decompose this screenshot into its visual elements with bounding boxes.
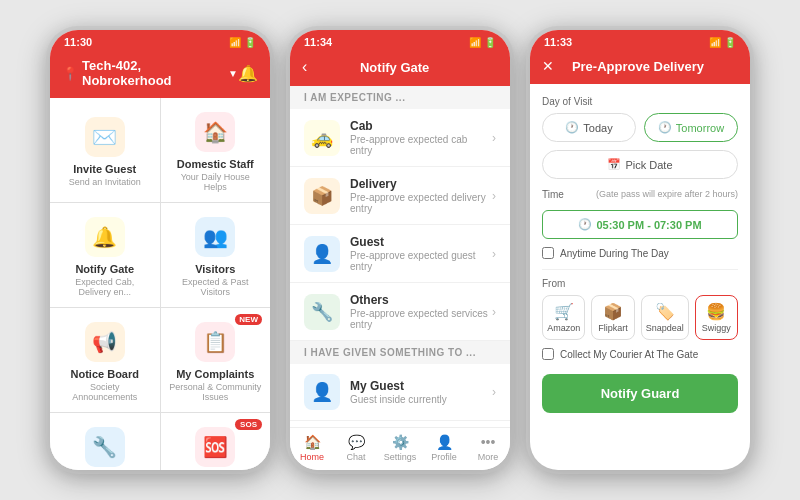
swiggy-provider[interactable]: 🍔 Swiggy xyxy=(695,295,738,340)
guest-sub: Pre-approve expected guest entry xyxy=(350,250,492,272)
cab-text: Cab Pre-approve expected cab entry xyxy=(350,119,492,156)
snapdeal-provider[interactable]: 🏷️ Snapdeal xyxy=(641,295,689,340)
phone2-header-title: Notify Gate xyxy=(360,60,429,75)
domestic-staff-title: Domestic Staff xyxy=(177,158,254,170)
bell-icon[interactable]: 🔔 xyxy=(238,64,258,83)
back-button[interactable]: ‹ xyxy=(302,58,307,76)
p2-nav-profile[interactable]: 👤 Profile xyxy=(422,434,466,462)
visitors-sub: Expected & Past Visitors xyxy=(169,277,263,297)
delivery-item[interactable]: 📦 Delivery Pre-approve expected delivery… xyxy=(290,167,510,225)
my-complaints-sub: Personal & Community Issues xyxy=(169,382,263,402)
tools-icon: 🔧 xyxy=(85,427,125,467)
my-guest-item[interactable]: 👤 My Guest Guest inside currently › xyxy=(290,364,510,421)
phone1-grid: ✉️ Invite Guest Send an Invitation 🏠 Dom… xyxy=(50,98,270,470)
invite-guest-icon: ✉️ xyxy=(85,117,125,157)
phone2-status-icons: 📶 🔋 xyxy=(469,37,496,48)
flipkart-icon: 📦 xyxy=(603,302,623,321)
notify-gate-title: Notify Gate xyxy=(75,263,134,275)
collect-courier-row: Collect My Courier At The Gate xyxy=(542,348,738,360)
phone2-time: 11:34 xyxy=(304,36,332,48)
phone2-scroll: I AM EXPECTING ... 🚕 Cab Pre-approve exp… xyxy=(290,86,510,427)
phone3-status-bar: 11:33 📶 🔋 xyxy=(530,30,750,52)
visitors-item[interactable]: 👥 Visitors Expected & Past Visitors xyxy=(161,203,271,307)
visitors-icon: 👥 xyxy=(195,217,235,257)
notify-gate-sub: Expected Cab, Delivery en... xyxy=(58,277,152,297)
domestic-staff-sub: Your Daily House Helps xyxy=(169,172,263,192)
phone1-screen: 11:30 📶 🔋 📍 Tech-402, Nobrokerhood ▼ 🔔 ✉… xyxy=(50,30,270,470)
phone1: 11:30 📶 🔋 📍 Tech-402, Nobrokerhood ▼ 🔔 ✉… xyxy=(46,26,274,474)
day-buttons: 🕐 Today 🕐 Tomorrow xyxy=(542,113,738,142)
cab-title: Cab xyxy=(350,119,492,133)
flipkart-provider[interactable]: 📦 Flipkart xyxy=(591,295,634,340)
pick-date-button[interactable]: 📅 Pick Date xyxy=(542,150,738,179)
phone1-header: 📍 Tech-402, Nobrokerhood ▼ 🔔 xyxy=(50,52,270,98)
phone3-screen: 11:33 📶 🔋 ✕ Pre-Approve Delivery Day of … xyxy=(530,30,750,470)
invite-guest-sub: Send an Invitation xyxy=(69,177,141,187)
today-button[interactable]: 🕐 Today xyxy=(542,113,636,142)
notify-gate-item[interactable]: 🔔 Notify Gate Expected Cab, Delivery en.… xyxy=(50,203,160,307)
notify-guard-button[interactable]: Notify Guard xyxy=(542,374,738,413)
snapdeal-icon: 🏷️ xyxy=(655,302,675,321)
anytime-checkbox[interactable] xyxy=(542,247,554,259)
phone3-header-title: Pre-Approve Delivery xyxy=(572,59,704,74)
phone3-close-button[interactable]: ✕ xyxy=(542,58,554,74)
domestic-staff-item[interactable]: 🏠 Domestic Staff Your Daily House Helps xyxy=(161,98,271,202)
phone1-status-bar: 11:30 📶 🔋 xyxy=(50,30,270,52)
p2-nav-settings[interactable]: ⚙️ Settings xyxy=(378,434,422,462)
day-of-visit-label: Day of Visit xyxy=(542,96,738,107)
collect-courier-label: Collect My Courier At The Gate xyxy=(560,349,698,360)
others-sub: Pre-approve expected services entry xyxy=(350,308,492,330)
p2-nav-chat[interactable]: 💬 Chat xyxy=(334,434,378,462)
amazon-provider[interactable]: 🛒 Amazon xyxy=(542,295,585,340)
tomorrow-button[interactable]: 🕐 Tomorrow xyxy=(644,113,738,142)
my-guest-title: My Guest xyxy=(350,379,492,393)
delivery-form: Day of Visit 🕐 Today 🕐 Tomorrow 📅 Pick D… xyxy=(530,84,750,470)
notice-board-sub: Society Announcements xyxy=(58,382,152,402)
phone2: 11:34 📶 🔋 ‹ Notify Gate I AM EXPECTING .… xyxy=(286,26,514,474)
phone2-screen: 11:34 📶 🔋 ‹ Notify Gate I AM EXPECTING .… xyxy=(290,30,510,470)
visitors-title: Visitors xyxy=(195,263,235,275)
p2-nav-home[interactable]: 🏠 Home xyxy=(290,434,334,462)
time-select-button[interactable]: 🕐 05:30 PM - 07:30 PM xyxy=(542,210,738,239)
my-complaints-icon: 📋 xyxy=(195,322,235,362)
cab-sub: Pre-approve expected cab entry xyxy=(350,134,492,156)
section-given-label: I HAVE GIVEN SOMETHING TO ... xyxy=(290,341,510,364)
p2-nav-more[interactable]: ••• More xyxy=(466,434,510,462)
delivery-text: Delivery Pre-approve expected delivery e… xyxy=(350,177,492,214)
delivery-providers: 🛒 Amazon 📦 Flipkart 🏷️ Snapdeal 🍔 xyxy=(542,295,738,340)
swiggy-icon: 🍔 xyxy=(706,302,726,321)
cab-icon: 🚕 xyxy=(304,120,340,156)
sos-item[interactable]: SOS 🆘 xyxy=(161,413,271,470)
phone1-status-icons: 📶 🔋 xyxy=(229,37,256,48)
others-title: Others xyxy=(350,293,492,307)
my-guest-icon: 👤 xyxy=(304,374,340,410)
anytime-label: Anytime During The Day xyxy=(560,248,669,259)
my-guest-arrow: › xyxy=(492,385,496,399)
cab-arrow: › xyxy=(492,131,496,145)
time-header: Time (Gate pass will expire after 2 hour… xyxy=(542,189,738,206)
invite-guest-item[interactable]: ✉️ Invite Guest Send an Invitation xyxy=(50,98,160,202)
others-icon: 🔧 xyxy=(304,294,340,330)
delivery-sub: Pre-approve expected delivery entry xyxy=(350,192,492,214)
anytime-checkbox-row: Anytime During The Day xyxy=(542,247,738,259)
collect-courier-checkbox[interactable] xyxy=(542,348,554,360)
notice-board-item[interactable]: 📢 Notice Board Society Announcements xyxy=(50,308,160,412)
phone1-time: 11:30 xyxy=(64,36,92,48)
delivery-icon: 📦 xyxy=(304,178,340,214)
notice-board-icon: 📢 xyxy=(85,322,125,362)
tools-item[interactable]: 🔧 xyxy=(50,413,160,470)
from-label: From xyxy=(542,278,738,289)
phone3-status-icons: 📶 🔋 xyxy=(709,37,736,48)
invite-guest-title: Invite Guest xyxy=(73,163,136,175)
my-complaints-title: My Complaints xyxy=(176,368,254,380)
notice-board-title: Notice Board xyxy=(71,368,139,380)
new-badge: NEW xyxy=(235,314,262,325)
phone3: 11:33 📶 🔋 ✕ Pre-Approve Delivery Day of … xyxy=(526,26,754,474)
guest-item[interactable]: 👤 Guest Pre-approve expected guest entry… xyxy=(290,225,510,283)
phone2-status-bar: 11:34 📶 🔋 xyxy=(290,30,510,52)
cab-item[interactable]: 🚕 Cab Pre-approve expected cab entry › xyxy=(290,109,510,167)
phone3-time: 11:33 xyxy=(544,36,572,48)
phone3-header: ✕ Pre-Approve Delivery xyxy=(530,52,750,84)
my-complaints-item[interactable]: NEW 📋 My Complaints Personal & Community… xyxy=(161,308,271,412)
others-item[interactable]: 🔧 Others Pre-approve expected services e… xyxy=(290,283,510,341)
